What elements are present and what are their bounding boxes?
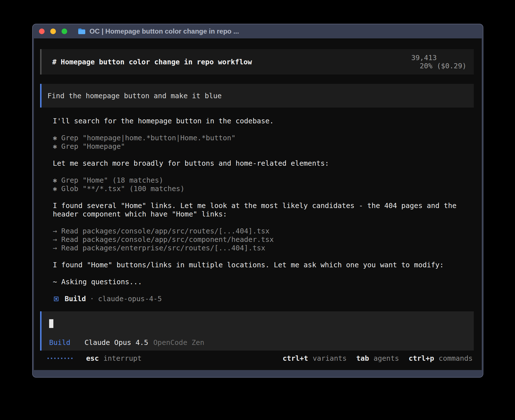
esc-key-hint: esc [86, 354, 99, 362]
interrupt-label: interrupt [103, 354, 141, 362]
window-controls [39, 29, 67, 34]
chat-line [53, 151, 474, 159]
input-meta: Build Claude Opus 4.5 OpenCode Zen [49, 338, 467, 347]
agent-badge-icon [54, 297, 58, 301]
shortcut-agents: tab agents [356, 354, 399, 362]
tool-call-read: → Read packages/enterprise/src/routes/[.… [53, 244, 474, 252]
agent-badge-name: Build [65, 295, 86, 303]
chat-line [53, 286, 474, 295]
window-title: OC | Homepage button color change in rep… [90, 27, 239, 35]
zoom-button[interactable] [62, 29, 67, 34]
tool-call-grep: ✱ Grep "homepage|home.*button|Home.*butt… [53, 134, 474, 142]
chat-line [53, 125, 474, 134]
folder-icon [78, 28, 86, 34]
status-bar: esc interrupt ctrl+t variants tab agents… [34, 350, 482, 370]
session-title: # Homepage button color change in repo w… [52, 58, 252, 66]
chat-line [53, 168, 474, 176]
terminal-window: OC | Homepage button color change in rep… [32, 24, 483, 378]
context-usage: 20% ($0.29) [420, 62, 466, 70]
agent-badge-separator: · [90, 295, 94, 303]
chat-line [53, 218, 474, 227]
prompt-input[interactable]: Build Claude Opus 4.5 OpenCode Zen [40, 311, 474, 351]
agent-badge: Build · claude-opus-4-5 [53, 295, 474, 303]
tool-call-grep: ✱ Grep "Home" (18 matches) [53, 176, 474, 185]
chat-line [53, 252, 474, 261]
token-count: 39,413 [411, 54, 437, 62]
session-stats: 39,413 20% ($0.29) [369, 45, 466, 78]
user-message: Find the homepage button and make it blu… [40, 84, 474, 108]
input-model-label: Claude Opus 4.5 [84, 338, 148, 347]
chat-line: I'll search for the homepage button in t… [53, 117, 474, 125]
spinner-dots [47, 358, 73, 359]
user-message-text: Find the homepage button and make it blu… [47, 92, 222, 100]
minimize-button[interactable] [50, 29, 56, 34]
shortcut-key: ctrl+t [283, 354, 308, 362]
text-cursor [49, 319, 53, 328]
session-header: # Homepage button color change in repo w… [40, 49, 474, 75]
chat-line [53, 193, 474, 202]
agent-badge-model: claude-opus-4-5 [98, 295, 162, 303]
shortcut-label: variants [313, 354, 346, 362]
input-agent-label: Build [49, 338, 70, 347]
chat-line [53, 269, 474, 278]
chat-line: header component which have "Home" links… [53, 210, 474, 218]
terminal-content: # Homepage button color change in repo w… [34, 38, 482, 370]
shortcut-commands: ctrl+p commands [409, 354, 473, 362]
tool-call-read: → Read packages/console/app/src/routes/[… [53, 227, 474, 235]
tool-call-glob: ✱ Glob "**/*.tsx" (100 matches) [53, 185, 474, 193]
close-button[interactable] [39, 29, 45, 34]
shortcut-variants: ctrl+t variants [283, 354, 347, 362]
status-line-asking-questions: ~ Asking questions... [53, 278, 474, 286]
tool-call-grep: ✱ Grep "Homepage" [53, 142, 474, 151]
chat-line: I found "Home" buttons/links in multiple… [53, 261, 474, 269]
tool-call-read: → Read packages/console/app/src/componen… [53, 235, 474, 244]
chat-line: Let me search more broadly for buttons a… [53, 159, 474, 168]
chat-line: I found several "Home" links. Let me loo… [53, 202, 474, 210]
shortcut-label: commands [439, 354, 473, 362]
shortcut-key: tab [356, 354, 369, 362]
conversation: I'll search for the homepage button in t… [40, 117, 474, 303]
titlebar[interactable]: OC | Homepage button color change in rep… [33, 24, 483, 38]
input-provider-label: OpenCode Zen [153, 338, 204, 347]
shortcut-key: ctrl+p [409, 354, 434, 362]
shortcut-label: agents [374, 354, 399, 362]
